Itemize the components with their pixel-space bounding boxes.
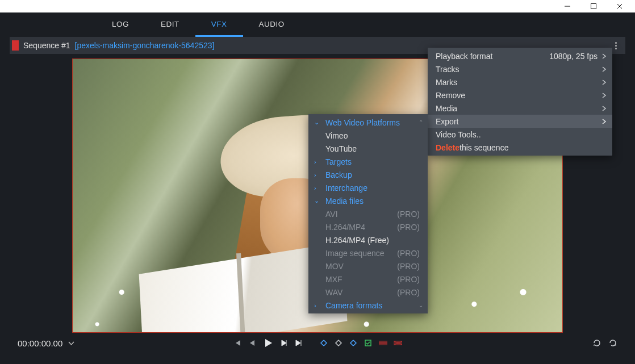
submenu-section-web-video[interactable]: ⌄ Web Video Platforms ⌃ xyxy=(308,116,428,129)
menu-item-label: Remove xyxy=(436,91,465,100)
pro-badge: (PRO) xyxy=(397,223,420,232)
submenu-section-label: Media files xyxy=(325,196,364,206)
submenu-item-h264-free[interactable]: H.264/MP4 (Free) xyxy=(308,233,428,246)
transport-bar: 00:00:00.00 xyxy=(10,333,625,353)
submenu-section-label: Backup xyxy=(325,170,352,179)
bookmark-icon xyxy=(12,40,19,51)
menu-item-label: Video Tools.. xyxy=(436,130,481,139)
menu-video-tools[interactable]: Video Tools.. xyxy=(428,128,612,141)
window-maximize-button[interactable] xyxy=(580,0,607,12)
chevron-right-icon: › xyxy=(314,185,316,191)
menu-item-label: this sequence xyxy=(459,143,508,152)
submenu-item-mxf: MXF (PRO) xyxy=(308,273,428,286)
step-forward-button[interactable] xyxy=(279,338,289,348)
svg-rect-1 xyxy=(591,4,596,9)
chevron-down-icon: ⌄ xyxy=(314,197,319,204)
timecode-dropdown-icon[interactable] xyxy=(68,340,74,346)
loop-button[interactable] xyxy=(592,338,601,348)
menu-playback-format[interactable]: Playback format 1080p, 25 fps xyxy=(428,49,612,62)
submenu-item-mov: MOV (PRO) xyxy=(308,260,428,273)
submenu-section-backup[interactable]: › Backup xyxy=(308,168,428,181)
submenu-item-label: MOV xyxy=(325,262,344,271)
menu-tracks[interactable]: Tracks xyxy=(428,62,612,76)
submenu-section-label: Web Video Platforms xyxy=(325,118,400,127)
sequence-context-menu: Playback format 1080p, 25 fps Tracks Mar… xyxy=(428,48,612,156)
next-marker-button[interactable] xyxy=(349,338,358,348)
play-button[interactable] xyxy=(262,337,274,349)
submenu-item-label: MXF xyxy=(325,275,342,284)
pro-badge: (PRO) xyxy=(397,262,420,271)
submenu-section-interchange[interactable]: › Interchange xyxy=(308,181,428,194)
submenu-item-label: WAV xyxy=(325,288,342,297)
scroll-down-icon[interactable]: ⌄ xyxy=(419,302,423,308)
chevron-right-icon xyxy=(602,106,607,111)
main-menubar: LOG EDIT VFX AUDIO xyxy=(10,12,625,37)
tab-edit[interactable]: EDIT xyxy=(145,13,195,37)
window-minimize-button[interactable] xyxy=(554,0,580,12)
menu-export[interactable]: Export xyxy=(428,115,612,128)
chevron-right-icon: › xyxy=(314,302,316,309)
application-frame: LOG EDIT VFX AUDIO Sequence #1 [pexels-m… xyxy=(0,12,635,364)
menu-item-value: 1080p, 25 fps xyxy=(549,52,598,61)
tab-audio[interactable]: AUDIO xyxy=(243,13,300,37)
chevron-right-icon xyxy=(602,66,607,72)
clear-in-button[interactable] xyxy=(378,338,387,348)
chevron-down-icon: ⌄ xyxy=(314,119,319,126)
window-close-button[interactable] xyxy=(607,0,633,12)
sequence-name: Sequence #1 xyxy=(23,41,70,50)
chevron-right-icon xyxy=(602,80,607,85)
timecode-display[interactable]: 00:00:00.00 xyxy=(18,338,62,348)
chevron-right-icon xyxy=(602,93,607,98)
menu-item-label: Export xyxy=(436,117,458,126)
submenu-section-label: Targets xyxy=(325,157,352,166)
window-titlebar xyxy=(0,0,635,12)
menu-item-label: Tracks xyxy=(436,65,459,74)
chevron-right-icon: › xyxy=(314,171,316,178)
submenu-section-camera-formats[interactable]: › Camera formats ⌄ xyxy=(308,299,428,312)
clip-name: [pexels-maksim-goncharenok-5642523] xyxy=(75,41,215,50)
pro-badge: (PRO) xyxy=(397,210,420,219)
menu-item-label: Media xyxy=(436,104,457,113)
menu-remove[interactable]: Remove xyxy=(428,89,612,102)
menu-marks[interactable]: Marks xyxy=(428,76,612,89)
submenu-section-media-files[interactable]: ⌄ Media files xyxy=(308,194,428,207)
export-submenu: ⌄ Web Video Platforms ⌃ Vimeo YouTube › … xyxy=(308,114,428,313)
submenu-item-label: AVI xyxy=(325,210,338,219)
scroll-up-icon[interactable]: ⌃ xyxy=(419,119,423,125)
add-marker-button[interactable] xyxy=(334,338,343,348)
clear-out-button[interactable] xyxy=(393,338,402,348)
chevron-right-icon: › xyxy=(314,158,316,165)
step-back-button[interactable] xyxy=(248,338,257,348)
submenu-item-label: H.264/MP4 xyxy=(325,223,365,232)
tab-vfx[interactable]: VFX xyxy=(195,13,243,37)
go-to-start-button[interactable] xyxy=(233,338,242,348)
submenu-section-label: Camera formats xyxy=(325,301,382,310)
submenu-item-label: H.264/MP4 (Free) xyxy=(325,236,389,245)
chevron-right-icon xyxy=(602,53,607,59)
menu-item-label: Playback format xyxy=(436,52,492,61)
submenu-item-wav: WAV (PRO) xyxy=(308,286,428,299)
pro-badge: (PRO) xyxy=(397,249,420,258)
submenu-section-label: Interchange xyxy=(325,183,367,193)
transport-aux-controls xyxy=(592,338,617,348)
submenu-item-h264-pro: H.264/MP4 (PRO) xyxy=(308,220,428,233)
tab-log[interactable]: LOG xyxy=(96,13,145,37)
submenu-item-avi: AVI (PRO) xyxy=(308,207,428,220)
menu-delete-sequence[interactable]: Delete this sequence xyxy=(428,141,612,154)
submenu-item-label: Image sequence xyxy=(325,249,385,258)
submenu-item-youtube[interactable]: YouTube xyxy=(308,142,428,155)
submenu-item-label: YouTube xyxy=(325,144,357,153)
go-to-end-button[interactable] xyxy=(294,338,303,348)
menu-media[interactable]: Media xyxy=(428,102,612,115)
submenu-item-image-sequence: Image sequence (PRO) xyxy=(308,246,428,260)
submenu-section-targets[interactable]: › Targets xyxy=(308,155,428,168)
mark-in-button[interactable] xyxy=(364,338,373,348)
submenu-item-label: Vimeo xyxy=(325,131,348,140)
submenu-item-vimeo[interactable]: Vimeo xyxy=(308,129,428,142)
pro-badge: (PRO) xyxy=(397,275,420,284)
loop-range-button[interactable] xyxy=(608,338,617,348)
transport-controls xyxy=(233,337,402,349)
prev-marker-button[interactable] xyxy=(319,338,328,348)
pro-badge: (PRO) xyxy=(397,288,420,297)
menu-item-delete-word: Delete xyxy=(436,143,459,152)
